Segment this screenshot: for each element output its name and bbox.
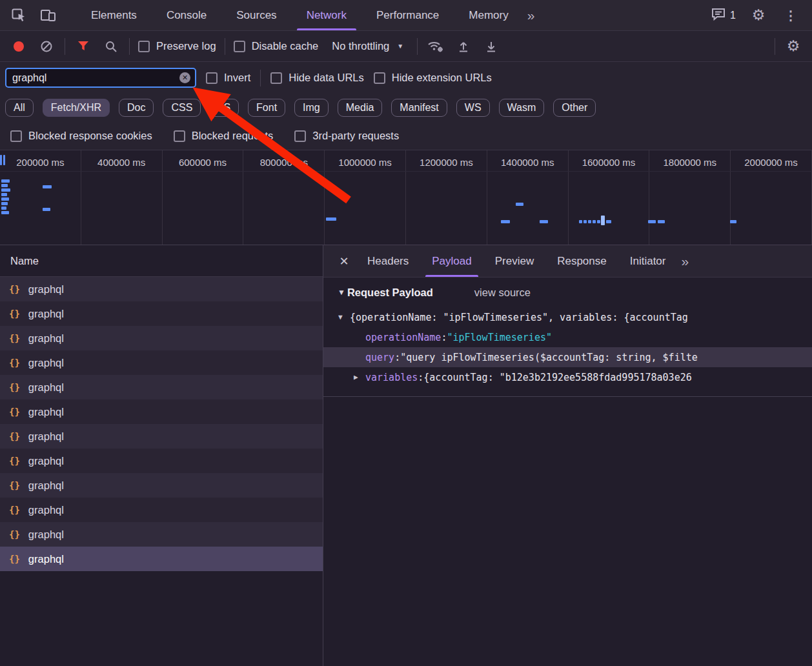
request-row[interactable]: {}graphql	[0, 522, 323, 547]
invert-label: Invert	[224, 72, 250, 84]
network-settings-gear-icon[interactable]: ⚙	[784, 37, 803, 56]
request-row[interactable]: {}graphql	[0, 473, 323, 498]
waterfall-bar	[1, 193, 7, 196]
pill-js[interactable]: JS	[210, 99, 239, 117]
request-row[interactable]: {}graphql	[0, 399, 323, 424]
export-har-icon[interactable]	[482, 37, 501, 56]
hide-data-urls-checkbox[interactable]	[270, 72, 282, 84]
throttling-select[interactable]: No throttling ▼	[327, 40, 409, 52]
advanced-filters: Blocked response cookiesBlocked requests…	[0, 122, 812, 150]
triangle-down-icon[interactable]: ▼	[338, 313, 350, 321]
json-braces-icon: {}	[9, 407, 20, 417]
waterfall-bar	[516, 203, 523, 206]
invert-checkbox[interactable]	[206, 72, 218, 84]
tab-sources[interactable]: Sources	[221, 0, 291, 30]
triangle-down-icon[interactable]: ▼	[338, 288, 345, 297]
timeline-segment: 2000000 ms	[731, 150, 812, 245]
search-icon[interactable]	[101, 37, 121, 56]
checkbox[interactable]	[174, 130, 185, 142]
hide-extension-urls-label: Hide extension URLs	[392, 72, 492, 84]
detail-tab-initiator[interactable]: Initiator	[618, 245, 678, 277]
tab-memory[interactable]: Memory	[454, 0, 523, 30]
invert-option: Invert	[206, 72, 250, 84]
message-count: 1	[730, 10, 736, 21]
detail-tab-headers[interactable]: Headers	[356, 245, 420, 277]
pill-css[interactable]: CSS	[163, 99, 201, 117]
settings-gear-icon[interactable]: ⚙	[749, 6, 768, 25]
payload-key: operationName	[365, 332, 441, 343]
request-row[interactable]: {}graphql	[0, 301, 323, 326]
filter-input[interactable]	[6, 72, 195, 84]
detail-tab-response[interactable]: Response	[545, 245, 618, 277]
detail-tab-preview[interactable]: Preview	[483, 245, 545, 277]
network-toolbar: Preserve log Disable cache No throttling…	[0, 31, 812, 62]
pill-fetch-xhr[interactable]: Fetch/XHR	[43, 99, 110, 117]
triangle-right-icon[interactable]: ▶	[354, 373, 365, 381]
payload-colon: :	[441, 332, 447, 343]
payload-row[interactable]: query: "query ipFlowTimeseries($accountT…	[323, 347, 812, 367]
request-row[interactable]: {}graphql	[0, 424, 323, 449]
tick-label: 1800000 ms	[649, 157, 730, 168]
tab-elements[interactable]: Elements	[76, 0, 152, 30]
request-row[interactable]: {}graphql	[0, 277, 323, 301]
network-conditions-icon[interactable]	[426, 37, 445, 56]
payload-row[interactable]: operationName: "ipFlowTimeseries"	[323, 327, 812, 347]
pill-manifest[interactable]: Manifest	[391, 99, 447, 117]
json-braces-icon: {}	[9, 333, 20, 343]
close-detail-icon[interactable]: ✕	[332, 245, 356, 277]
waterfall-bar	[1, 197, 9, 201]
clear-filter-icon[interactable]: ✕	[179, 72, 190, 83]
advanced-filter-3rd-party-requests: 3rd-party requests	[294, 130, 399, 142]
divider	[417, 38, 418, 55]
preserve-log-checkbox[interactable]	[138, 41, 150, 52]
hide-extension-urls-checkbox[interactable]	[374, 72, 385, 84]
checkbox[interactable]	[10, 130, 22, 142]
hide-data-urls-label: Hide data URLs	[289, 72, 363, 84]
tab-console[interactable]: Console	[152, 0, 221, 30]
request-row[interactable]: {}graphql	[0, 498, 323, 522]
pill-doc[interactable]: Doc	[119, 99, 154, 117]
more-panels-chevron-icon[interactable]: »	[523, 8, 539, 23]
timeline-overview[interactable]: 200000 ms400000 ms600000 ms800000 ms1000…	[0, 150, 812, 245]
request-name: graphql	[28, 381, 64, 394]
pill-other[interactable]: Other	[553, 99, 596, 117]
request-name: graphql	[28, 357, 64, 369]
tab-performance[interactable]: Performance	[361, 0, 454, 30]
inspect-element-icon[interactable]	[9, 6, 28, 25]
checkbox[interactable]	[294, 130, 306, 142]
payload-row[interactable]: ▶variables: {accountTag: "b12e3b2192ee55…	[323, 367, 812, 387]
more-detail-tabs-chevron-icon[interactable]: »	[677, 254, 693, 269]
payload-row[interactable]: ▼{operationName: "ipFlowTimeseries", var…	[323, 307, 812, 327]
pill-img[interactable]: Img	[294, 99, 329, 117]
disable-cache-checkbox[interactable]	[234, 41, 245, 52]
import-har-icon[interactable]	[454, 37, 473, 56]
detail-tab-payload[interactable]: Payload	[420, 245, 483, 277]
tab-network[interactable]: Network	[292, 0, 361, 30]
request-row[interactable]: {}graphql	[0, 326, 323, 350]
request-row[interactable]: {}graphql	[0, 547, 323, 571]
request-name: graphql	[28, 308, 64, 320]
clear-network-log-icon[interactable]	[37, 37, 56, 56]
request-row[interactable]: {}graphql	[0, 350, 323, 375]
request-row[interactable]: {}graphql	[0, 449, 323, 473]
request-row[interactable]: {}graphql	[0, 375, 323, 399]
filter-funnel-icon[interactable]	[74, 37, 93, 56]
detail-tab-list: HeadersPayloadPreviewResponseInitiator	[356, 245, 677, 277]
device-toolbar-icon[interactable]	[39, 6, 58, 25]
kebab-menu-icon[interactable]: ⋮	[781, 6, 800, 25]
waterfall-bar	[593, 220, 596, 223]
timeline-segment: 1600000 ms	[569, 150, 650, 245]
pill-all[interactable]: All	[5, 99, 34, 117]
view-source-link[interactable]: view source	[474, 287, 531, 299]
ruler-line	[0, 171, 812, 172]
request-name: graphql	[28, 479, 64, 492]
tick-label: 400000 ms	[81, 157, 162, 168]
record-button[interactable]	[9, 37, 28, 56]
pill-ws[interactable]: WS	[456, 99, 490, 117]
name-column-header[interactable]: Name	[0, 245, 323, 277]
console-messages-indicator[interactable]: 1	[711, 8, 736, 23]
pill-media[interactable]: Media	[338, 99, 383, 117]
json-braces-icon: {}	[9, 456, 20, 466]
pill-font[interactable]: Font	[248, 99, 285, 117]
pill-wasm[interactable]: Wasm	[499, 99, 545, 117]
